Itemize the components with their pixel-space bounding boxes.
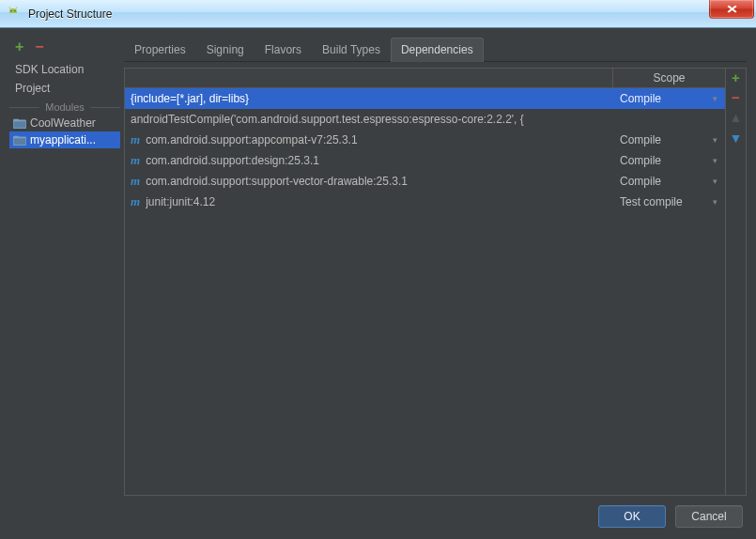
dependency-scope[interactable]: Test compile▾ [612,195,725,208]
tab-build-types[interactable]: Build Types [312,38,391,61]
dependency-remove-button[interactable]: − [732,90,740,104]
dependency-scope[interactable]: Compile▾ [612,154,725,167]
module-label: myapplicati... [30,133,96,146]
chevron-down-icon: ▾ [713,156,717,165]
chevron-down-icon: ▾ [713,135,717,145]
chevron-down-icon: ▾ [713,177,717,186]
svg-point-0 [10,10,11,11]
tab-dependencies[interactable]: Dependencies [391,38,484,62]
dependency-move-down-button[interactable]: ▼ [730,131,743,146]
sidebar-modules-label: Modules [43,101,86,113]
chevron-down-icon: ▾ [713,197,717,207]
tab-properties[interactable]: Properties [124,38,196,61]
maven-icon: m [131,174,140,189]
tab-bar: PropertiesSigningFlavorsBuild TypesDepen… [124,38,747,62]
scope-value: Test compile [620,195,683,208]
window-close-button[interactable]: ✕ [709,0,754,19]
dependencies-header: Scope [125,69,725,88]
main-panel: PropertiesSigningFlavorsBuild TypesDepen… [124,38,747,496]
dependency-scope[interactable]: Compile▾ [612,92,725,105]
maven-icon: m [131,194,140,209]
dependency-row-2[interactable]: mcom.android.support:appcompat-v7:25.3.1… [125,130,725,150]
svg-rect-3 [13,119,19,122]
dependency-row-4[interactable]: mcom.android.support:support-vector-draw… [125,171,725,192]
dependency-scope[interactable]: Compile▾ [612,133,725,146]
svg-rect-6 [13,136,19,139]
cancel-button[interactable]: Cancel [675,505,743,528]
module-icon [13,134,26,146]
window-title: Project Structure [28,8,112,21]
dependency-row-1[interactable]: androidTestCompile('com.android.support.… [125,109,725,130]
scope-value: Compile [620,154,661,167]
svg-rect-7 [14,138,25,145]
titlebar: Project Structure ✕ [0,0,756,28]
dependency-add-button[interactable]: + [732,70,740,85]
dependency-text: junit:junit:4.12 [146,195,215,208]
sidebar: + − SDK Location Project Modules CoolWea… [9,38,120,496]
maven-icon: m [131,153,140,168]
scope-value: Compile [620,133,661,146]
maven-icon: m [131,132,140,147]
dependency-move-up-button[interactable]: ▲ [730,110,743,125]
sidebar-add-button[interactable]: + [15,39,23,54]
sidebar-item-project[interactable]: Project [9,79,120,98]
dependency-row-5[interactable]: mjunit:junit:4.12Test compile▾ [125,192,725,212]
svg-point-1 [14,10,15,11]
dependencies-rows: {include=[*.jar], dir=libs}Compile▾andro… [125,88,725,495]
scope-value: Compile [620,92,661,105]
dependency-text: androidTestCompile('com.android.support.… [131,113,524,126]
dependency-row-0[interactable]: {include=[*.jar], dir=libs}Compile▾ [125,88,725,109]
sidebar-remove-button[interactable]: − [35,39,43,54]
close-icon: ✕ [726,4,738,15]
module-label: CoolWeather [30,116,96,130]
chevron-down-icon: ▾ [713,94,717,103]
dependency-text: com.android.support:support-vector-drawa… [146,175,408,188]
dependency-row-3[interactable]: mcom.android.support:design:25.3.1Compil… [125,150,725,171]
sidebar-module-0[interactable]: CoolWeather [9,115,120,131]
ok-button[interactable]: OK [598,505,666,528]
svg-rect-4 [14,121,25,128]
dependencies-actions: + − ▲ ▼ [725,69,746,495]
scope-column-header[interactable]: Scope [612,69,725,87]
dependency-text: {include=[*.jar], dir=libs} [131,92,249,105]
sidebar-item-sdk-location[interactable]: SDK Location [9,60,120,79]
dependencies-panel: Scope {include=[*.jar], dir=libs}Compile… [124,68,747,496]
tab-flavors[interactable]: Flavors [255,38,312,61]
dependency-text: com.android.support:design:25.3.1 [146,154,319,167]
dependency-text: com.android.support:appcompat-v7:25.3.1 [146,133,357,146]
dialog-footer: OK Cancel [9,496,747,530]
android-studio-icon [6,7,21,22]
sidebar-modules-separator: Modules [9,98,120,115]
dependency-scope[interactable]: Compile▾ [612,175,725,188]
scope-value: Compile [620,175,661,188]
sidebar-module-1[interactable]: myapplicati... [9,131,120,148]
tab-signing[interactable]: Signing [196,38,255,61]
module-icon [13,117,26,129]
